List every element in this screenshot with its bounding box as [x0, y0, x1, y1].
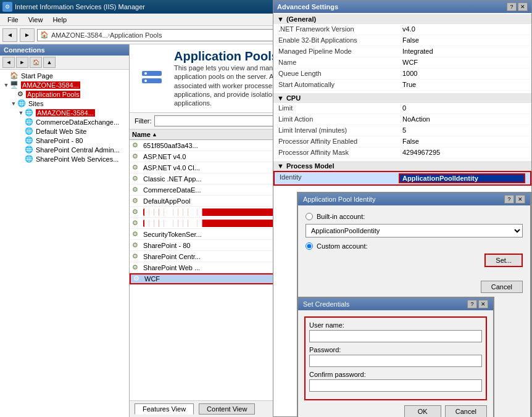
app-pools-expand-icon — [10, 91, 17, 98]
built-in-label: Built-in account: — [317, 213, 365, 220]
conn-home-btn[interactable]: 🏠 — [30, 57, 42, 68]
cred-cancel-button[interactable]: Cancel — [445, 405, 487, 417]
server-label: AMAZONE-3584... — [21, 81, 80, 89]
setting-identity: Identity ApplicationPoolIdentity — [273, 171, 531, 186]
cred-close-button[interactable]: ✕ — [478, 300, 488, 308]
process-section-header[interactable]: ▼ Process Model — [273, 161, 531, 171]
conn-back-btn[interactable]: ◄ — [2, 57, 15, 68]
filter-label: Filter: — [135, 117, 152, 125]
expand-icon — [2, 72, 10, 80]
identity-value: ApplicationPoolIdentity — [399, 173, 525, 183]
setting-limit-action: Limit Action NoAction — [273, 114, 531, 125]
pool-row-icon: ⚙ — [132, 263, 141, 272]
setting-pipeline: Managed Pipeline Mode Integrated — [273, 46, 531, 57]
sidebar-item-default-web[interactable]: 🌐 Default Web Site — [16, 126, 128, 136]
pool-row-icon: ⚙ — [132, 175, 141, 183]
sidebar-item-start-page[interactable]: 🏠 Start Page — [1, 71, 128, 80]
address-crumb-server: AMAZONE-3584... — [51, 31, 108, 39]
server-icon: 🖥️ — [10, 81, 19, 89]
default-web-expand-icon — [17, 128, 25, 135]
setting-net-version: .NET Framework Version v4.0 — [273, 24, 531, 35]
sidebar-item-commerce[interactable]: 🌐 CommerceDataExchange... — [16, 117, 128, 126]
pool-row-icon: ⚙ — [132, 163, 141, 172]
api-help-button[interactable]: ? — [504, 195, 514, 204]
api-cancel-button[interactable]: Cancel — [481, 281, 523, 293]
site1-expand-icon: ▼ — [17, 109, 25, 117]
cpu-expand-icon: ▼ — [277, 94, 284, 102]
setting-name: Name WCF — [273, 57, 531, 68]
advanced-settings-title: Advanced Settings ? ✕ — [273, 1, 531, 13]
custom-radio[interactable] — [305, 242, 313, 250]
built-in-radio[interactable] — [305, 213, 313, 220]
custom-label: Custom account: — [317, 242, 368, 250]
cred-dialog-title-text: Set Credentials — [303, 300, 349, 308]
sidebar-item-sites[interactable]: ▼ 🌐 Sites — [9, 99, 128, 108]
tree-area: 🏠 Start Page ▼ 🖥️ AMAZONE-3584... ⚙ Appl… — [0, 70, 129, 417]
sidebar-item-sp-central[interactable]: 🌐 SharePoint Central Admin... — [16, 145, 128, 154]
sp-web-label: SharePoint Web Services... — [36, 155, 118, 163]
sidebar-item-site1[interactable]: ▼ 🌐 AMAZONE-3584... — [16, 108, 128, 117]
default-web-label: Default Web Site — [36, 128, 86, 135]
commerce-expand-icon — [17, 118, 25, 126]
sidebar-item-server[interactable]: ▼ 🖥️ AMAZONE-3584... — [1, 80, 128, 89]
setting-start-auto: Start Automatically True — [273, 80, 531, 91]
tab-features-view[interactable]: Features View — [135, 403, 194, 415]
sp80-label: SharePoint - 80 — [36, 137, 83, 144]
conn-up-btn[interactable]: ▲ — [43, 57, 56, 68]
pool-row-icon: ⚙ — [132, 186, 141, 194]
conn-forward-btn[interactable]: ► — [16, 57, 28, 68]
sidebar-item-sp-web[interactable]: 🌐 SharePoint Web Services... — [16, 154, 128, 163]
sp80-expand-icon — [17, 137, 25, 144]
cred-ok-button[interactable]: OK — [404, 405, 441, 417]
app-pools-icon: ⚙ — [17, 90, 23, 98]
address-icon: 🏠 — [40, 31, 49, 39]
username-input[interactable] — [309, 330, 482, 342]
site1-icon: 🌐 — [25, 109, 33, 117]
cpu-section-header[interactable]: ▼ CPU — [273, 93, 531, 103]
password-input[interactable] — [309, 355, 482, 367]
address-crumb-pools: Application Pools — [110, 31, 162, 39]
menu-help[interactable]: Help — [48, 15, 72, 25]
app-pools-label: Application Pools — [26, 91, 80, 98]
site1-label: AMAZONE-3584... — [36, 109, 95, 117]
pool-row-icon: ⚙ — [132, 252, 141, 261]
advanced-settings-help-button[interactable]: ? — [507, 2, 517, 11]
pool-row-icon: ⚙ — [133, 275, 142, 283]
pool-row-icon: ⚙ — [132, 197, 141, 205]
sites-expand-icon: ▼ — [10, 100, 17, 107]
custom-radio-row: Custom account: — [305, 242, 523, 250]
cred-dialog-buttons: OK Cancel — [304, 403, 487, 417]
pool-row-icon: ⚙ — [132, 208, 141, 217]
sites-icon: 🌐 — [17, 99, 26, 107]
pool-row-icon: ⚙ — [132, 141, 141, 150]
menu-view[interactable]: View — [23, 15, 48, 25]
tab-content-view[interactable]: Content View — [199, 403, 255, 415]
set-button[interactable]: Set... — [484, 254, 523, 267]
username-label: User name: — [309, 321, 482, 329]
advanced-settings-close-button[interactable]: ✕ — [518, 2, 528, 11]
commerce-label: CommerceDataExchange... — [36, 118, 119, 126]
connections-toolbar: ◄ ► 🏠 ▲ — [0, 56, 129, 70]
cred-help-button[interactable]: ? — [467, 300, 477, 308]
connections-header: Connections — [0, 44, 129, 56]
sidebar-item-app-pools[interactable]: ⚙ Application Pools — [9, 89, 128, 99]
built-in-radio-row: Built-in account: — [305, 213, 523, 220]
forward-button[interactable]: ► — [20, 28, 35, 42]
sidebar-item-sharepoint80[interactable]: 🌐 SharePoint - 80 — [16, 136, 128, 145]
connections-panel: Connections ◄ ► 🏠 ▲ 🏠 Start Page ▼ 🖥️ AM… — [0, 44, 130, 417]
menu-file[interactable]: File — [2, 15, 23, 25]
advanced-settings-title-text: Advanced Settings — [277, 3, 338, 10]
app-icon: ⚙ — [2, 2, 12, 12]
sp-central-label: SharePoint Central Admin... — [36, 146, 120, 154]
built-in-select[interactable]: ApplicationPoolIdentity — [305, 224, 523, 237]
svg-point-2 — [144, 72, 147, 75]
setting-limit: Limit 0 — [273, 103, 531, 114]
cpu-section: ▼ CPU Limit 0 Limit Action NoAction Limi… — [273, 92, 531, 160]
cred-dialog: Set Credentials ? ✕ User name: Password:… — [297, 297, 494, 417]
start-page-icon: 🏠 — [10, 72, 19, 80]
process-section: ▼ Process Model Identity ApplicationPool… — [273, 160, 531, 187]
api-close-button[interactable]: ✕ — [515, 195, 525, 204]
confirm-password-input[interactable] — [309, 379, 482, 392]
general-section-header[interactable]: ▼ (General) — [273, 14, 531, 24]
back-button[interactable]: ◄ — [2, 28, 17, 42]
